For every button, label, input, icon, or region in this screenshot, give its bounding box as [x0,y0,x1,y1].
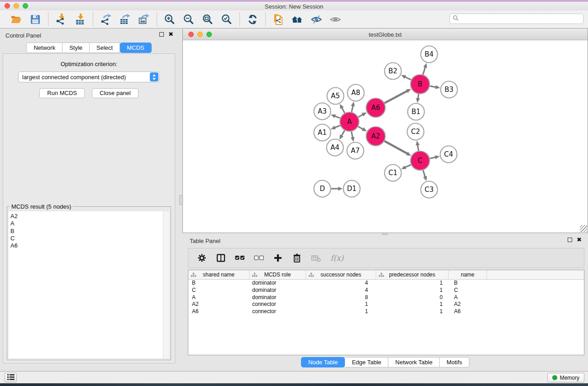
table-cell[interactable]: dominator [249,287,306,294]
table-cell[interactable]: A [188,294,249,301]
mcds-result-item[interactable]: C [10,235,163,242]
edge-C-C2[interactable] [418,145,419,151]
edge-C-C1[interactable] [405,165,411,167]
home-icon[interactable] [291,13,304,26]
node-A1[interactable]: A1 [314,124,331,141]
edge-A-A4[interactable] [341,130,344,136]
node-A7[interactable]: A7 [347,143,364,159]
network-canvas[interactable]: B4B2BB3A5A8A6A3AB1A1A2C2A4A7C4CC1C3DD1 [183,40,588,233]
node-B2[interactable]: B2 [385,63,402,80]
table-row[interactable]: A6connector11A6 [188,308,584,315]
edge-A-A2[interactable] [358,127,363,129]
delete-column-icon[interactable] [292,253,302,263]
tab-node-table[interactable]: Node Table [301,357,345,367]
table-cell[interactable]: 4 [306,287,376,294]
column-header-name[interactable]: name [449,270,487,279]
add-column-icon[interactable] [272,253,283,263]
window-resize-grip[interactable] [580,225,587,232]
mcds-result-list[interactable]: A2ABCA6 [9,211,163,358]
import-table-icon[interactable] [74,13,86,26]
table-cell[interactable]: dominator [249,294,306,301]
node-C3[interactable]: C3 [421,181,438,198]
float-table-panel-icon[interactable] [568,238,572,242]
table-cell[interactable]: 1 [306,308,376,315]
table-cell[interactable]: 1 [376,301,449,308]
edge-A-A6[interactable] [358,114,363,117]
table-cell[interactable]: 4 [306,280,376,287]
search-input[interactable] [459,16,583,22]
edge-A-A3[interactable] [335,116,340,119]
table-row[interactable]: Bdominator41B [188,280,584,287]
mcds-result-item[interactable]: A2 [10,213,163,220]
node-A[interactable]: A [340,112,359,131]
table-cell[interactable]: 1 [376,280,449,287]
edge-A-A5[interactable] [342,108,344,113]
node-C4[interactable]: C4 [440,146,457,163]
tab-style[interactable]: Style [62,43,90,53]
tab-motifs[interactable]: Motifs [440,357,469,367]
node-C1[interactable]: C1 [385,165,402,181]
export-table-icon[interactable] [119,13,131,26]
result-scrollbar[interactable] [163,211,169,358]
column-header-MCDS-role[interactable]: MCDS role [249,270,306,279]
tab-network[interactable]: Network [26,43,62,53]
edge-A2-C[interactable] [384,141,407,154]
export-image-icon[interactable] [138,13,150,26]
mcds-result-item[interactable]: B [10,228,163,235]
zoom-fit-icon[interactable] [201,13,214,26]
table-cell[interactable]: C [449,287,487,294]
refresh-icon[interactable] [246,13,259,26]
table-cell[interactable]: 1 [376,308,449,315]
node-A3[interactable]: A3 [314,103,331,120]
table-cell[interactable]: 8 [306,294,376,301]
settings-gear-icon[interactable] [196,253,207,263]
mcds-result-item[interactable]: A6 [10,242,163,249]
node-B[interactable]: B [411,75,430,94]
edge-C-C4[interactable] [430,157,435,158]
table-cell[interactable]: 0 [376,294,449,301]
network-window-titlebar[interactable]: testGlobe.txt [183,29,588,40]
table-cell[interactable]: C [188,287,249,294]
node-D1[interactable]: D1 [344,181,360,197]
edge-B-B3[interactable] [430,86,436,87]
tab-select[interactable]: Select [90,43,120,53]
table-cell[interactable]: connector [249,308,306,315]
node-A8[interactable]: A8 [348,85,364,101]
edge-A6-B[interactable] [384,91,407,103]
zoom-in-icon[interactable] [163,13,176,26]
node-B4[interactable]: B4 [421,46,438,63]
table-cell[interactable]: 1 [306,301,376,308]
edge-B-B1[interactable] [418,94,418,99]
export-network-icon[interactable] [100,13,112,26]
zoom-selected-icon[interactable] [220,13,233,26]
edge-C-C3[interactable] [423,170,425,177]
table-cell[interactable]: A6 [188,308,249,315]
table-cell[interactable]: 1 [376,287,449,294]
close-panel-button[interactable]: Close panel [92,88,139,98]
task-history-button[interactable] [5,373,17,382]
edge-B-B2[interactable] [405,77,411,80]
split-table-icon[interactable] [215,253,226,263]
column-header-shared-name[interactable]: shared name [188,270,249,279]
table-cell[interactable]: B [449,280,487,287]
tab-edge-table[interactable]: Edge Table [345,357,388,367]
criterion-select[interactable]: largest connected component (directed) [18,71,160,82]
node-A5[interactable]: A5 [327,88,344,105]
close-table-panel-icon[interactable]: ✖ [577,238,582,242]
search-field[interactable] [449,14,583,24]
node-A2[interactable]: A2 [366,127,385,146]
edge-A-A8[interactable] [352,106,353,112]
column-header-predecessor-nodes[interactable]: predecessor nodes [376,270,449,279]
node-A4[interactable]: A4 [327,139,344,156]
clear-checkboxes-icon[interactable] [253,253,264,263]
table-row[interactable]: Adominator80A [188,294,584,301]
node-C[interactable]: C [411,151,430,170]
column-header-successor-nodes[interactable]: successor nodes [306,270,376,279]
tab-network-table[interactable]: Network Table [388,357,440,367]
table-cell[interactable]: A2 [449,301,487,308]
table-cell[interactable]: connector [249,301,306,308]
table-cell[interactable]: A [449,294,487,301]
table-row[interactable]: Cdominator41C [188,287,584,294]
tab-mcds[interactable]: MCDS [120,43,151,53]
select-all-checkboxes-icon[interactable] [234,253,245,263]
